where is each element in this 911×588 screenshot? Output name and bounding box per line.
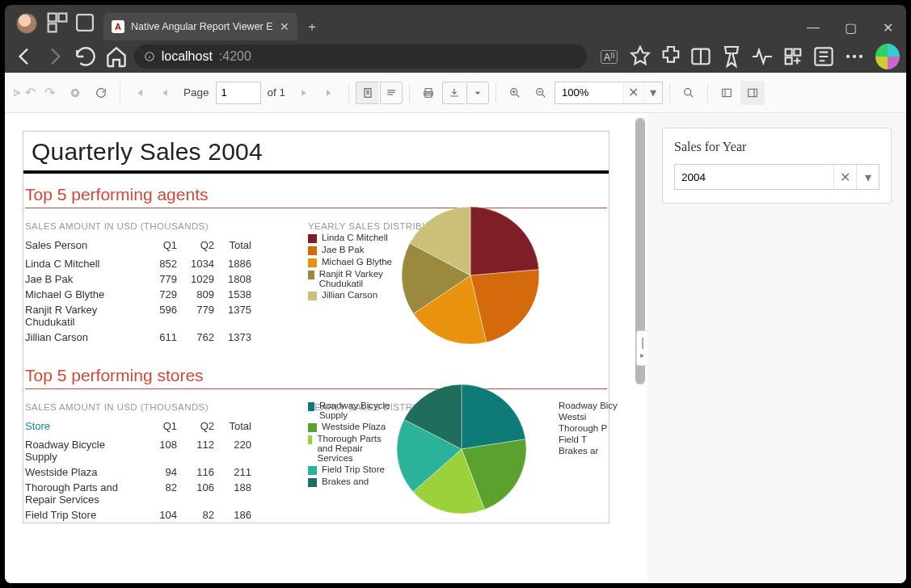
zoom-input[interactable] (555, 82, 623, 103)
favorites-bar-icon[interactable] (719, 43, 744, 70)
profile-avatar[interactable] (16, 13, 37, 34)
history-back-button[interactable]: ↶ (11, 81, 36, 105)
legend-item: Field T (559, 435, 623, 444)
table-row: Michael G Blythe7298091538 (25, 287, 258, 302)
param-year-combobox[interactable]: ✕ ▾ (674, 164, 879, 190)
favorite-icon[interactable] (627, 43, 653, 70)
copilot-icon[interactable] (875, 44, 900, 69)
subheader-amount-2: SALES AMOUNT IN USD (THOUSANDS) (25, 391, 308, 418)
svg-rect-22 (749, 89, 757, 96)
table-row: Jae B Pak77910291808 (25, 271, 258, 287)
legend-item: Thorough P (559, 423, 623, 433)
stop-button[interactable] (63, 81, 87, 105)
toggle-docmap-button[interactable] (715, 81, 739, 105)
legend-item: Westside Plaza (308, 422, 392, 432)
home-button[interactable] (103, 43, 129, 70)
agents-pie-chart (402, 207, 539, 344)
page-label: Page (183, 86, 209, 99)
split-screen-icon[interactable] (688, 43, 714, 70)
col-store: Store (25, 418, 146, 437)
param-clear-icon[interactable]: ✕ (833, 165, 856, 189)
svg-rect-3 (77, 15, 93, 31)
url-box[interactable]: localhost:4200 (134, 44, 587, 69)
prev-page-button[interactable] (153, 81, 177, 105)
address-bar: localhost:4200 A)) (5, 40, 906, 73)
legend-item: Jillian (580, 278, 633, 288)
workspaces-icon[interactable] (44, 5, 71, 40)
legend-item: Jillian Carson (308, 290, 397, 300)
zoom-combobox[interactable]: ✕ ▾ (555, 82, 663, 104)
svg-rect-0 (49, 14, 57, 22)
browser-tools-icon[interactable] (811, 43, 837, 70)
stores-pie-chart (397, 384, 526, 514)
tab-close-icon[interactable]: ✕ (280, 20, 289, 33)
subheader-amount: SALES AMOUNT IN USD (THOUSANDS) (25, 210, 308, 237)
col-q1-2: Q1 (146, 418, 183, 437)
report-title: Quarterly Sales 2004 (23, 132, 609, 174)
param-title: Sales for Year (674, 140, 879, 154)
legend-item: Michael G Blythe (308, 257, 397, 267)
stores-legend-right: Roadway BicyWestsiThorough PField TBrake… (559, 399, 623, 457)
favicon: A (112, 20, 124, 33)
legend-item: Linda C Mitchell (308, 233, 397, 243)
legend-item: Ranjit R Varkey Chudukatil (308, 269, 397, 288)
table-row: Roadway Bicycle Supply108112220 (25, 437, 258, 464)
read-aloud-icon[interactable]: A)) (597, 43, 622, 70)
svg-rect-17 (425, 88, 432, 91)
page-total: of 1 (268, 86, 286, 99)
expand-params-handle[interactable]: ▸ (636, 330, 647, 366)
performance-icon[interactable] (749, 43, 775, 70)
history-forward-button[interactable]: ↷ (37, 81, 61, 105)
legend-item: Linda C (580, 233, 633, 242)
page-input[interactable] (216, 82, 261, 104)
back-button[interactable] (11, 43, 37, 70)
svg-rect-1 (58, 14, 66, 22)
forward-button[interactable] (42, 43, 68, 70)
toggle-params-button[interactable] (740, 81, 765, 105)
refresh-button[interactable] (73, 43, 99, 70)
tab-actions-icon[interactable] (71, 5, 99, 40)
last-page-button[interactable] (318, 81, 342, 105)
legend-item: Field Trip Store (308, 464, 392, 475)
url-host: localhost (162, 49, 213, 64)
zoom-clear-icon[interactable]: ✕ (623, 82, 643, 103)
legend-item: Roadway Bicycle Supply (308, 401, 392, 420)
search-button[interactable] (677, 81, 701, 105)
browser-tab[interactable]: A Native Angular Report Viewer E ✕ (103, 13, 297, 40)
minimize-button[interactable]: — (795, 15, 832, 40)
url-path: :4200 (219, 49, 251, 64)
new-tab-button[interactable]: ＋ (301, 15, 323, 38)
more-menu-icon[interactable] (841, 43, 867, 70)
close-window-button[interactable]: ✕ (869, 15, 906, 40)
svg-point-10 (846, 55, 850, 58)
param-year-input[interactable] (675, 165, 833, 189)
interactive-view-button[interactable] (380, 82, 403, 104)
svg-point-12 (859, 55, 862, 58)
table-row: Field Trip Store10482186 (25, 507, 258, 523)
print-preview-button[interactable] (356, 82, 378, 104)
svg-rect-6 (786, 49, 792, 56)
extensions-icon[interactable] (658, 43, 684, 70)
site-info-icon[interactable] (144, 51, 155, 62)
maximize-button[interactable]: ▢ (832, 15, 869, 40)
legend-item: Ja (580, 244, 633, 254)
svg-rect-15 (365, 88, 371, 97)
refresh-report-button[interactable] (89, 81, 113, 105)
param-dropdown-icon[interactable]: ▾ (856, 165, 879, 189)
title-bar: A Native Angular Report Viewer E ✕ ＋ — ▢… (5, 5, 906, 40)
first-page-button[interactable] (127, 81, 151, 105)
zoom-dropdown-icon[interactable]: ▾ (643, 82, 662, 103)
export-button[interactable] (442, 82, 465, 104)
table-row: Thorough Parts and Repair Services821061… (25, 480, 258, 507)
collections-icon[interactable] (780, 43, 806, 70)
next-page-button[interactable] (292, 81, 316, 105)
parameters-panel: Sales for Year ✕ ▾ (647, 113, 906, 583)
zoom-in-button[interactable] (503, 81, 527, 105)
zoom-out-button[interactable] (529, 81, 553, 105)
print-button[interactable] (416, 81, 441, 105)
svg-rect-14 (74, 91, 77, 94)
export-dropdown[interactable] (466, 82, 489, 104)
col-person: Sales Person (25, 237, 146, 256)
report-scroll-area: Quarterly Sales 2004 Top 5 performing ag… (5, 113, 647, 583)
legend-item: Thorough Parts and Repair Services (308, 434, 392, 463)
